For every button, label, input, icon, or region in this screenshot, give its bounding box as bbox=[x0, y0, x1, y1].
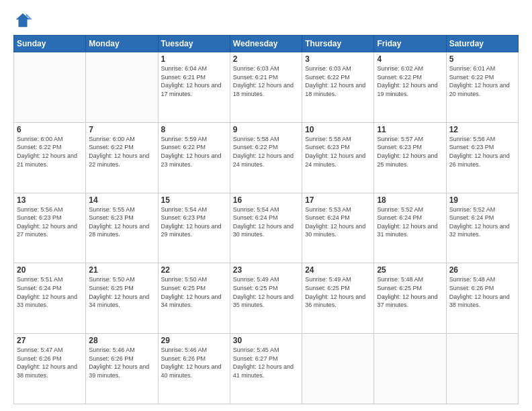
day-number: 28 bbox=[89, 336, 154, 345]
calendar-cell: 11Sunrise: 5:57 AM Sunset: 6:23 PM Dayli… bbox=[374, 122, 446, 193]
calendar-cell: 29Sunrise: 5:46 AM Sunset: 6:26 PM Dayli… bbox=[158, 334, 230, 404]
calendar-cell: 20Sunrise: 5:51 AM Sunset: 6:24 PM Dayli… bbox=[14, 263, 86, 334]
calendar-cell: 10Sunrise: 5:58 AM Sunset: 6:23 PM Dayli… bbox=[302, 122, 374, 193]
calendar-week-3: 13Sunrise: 5:56 AM Sunset: 6:23 PM Dayli… bbox=[14, 193, 519, 263]
calendar-cell: 8Sunrise: 5:59 AM Sunset: 6:22 PM Daylig… bbox=[158, 122, 230, 193]
day-info: Sunrise: 5:50 AM Sunset: 6:25 PM Dayligh… bbox=[89, 275, 154, 309]
day-info: Sunrise: 5:56 AM Sunset: 6:23 PM Dayligh… bbox=[17, 205, 83, 239]
calendar-cell: 3Sunrise: 6:03 AM Sunset: 6:22 PM Daylig… bbox=[302, 52, 374, 123]
calendar-cell: 4Sunrise: 6:02 AM Sunset: 6:22 PM Daylig… bbox=[374, 52, 446, 123]
calendar-cell: 6Sunrise: 6:00 AM Sunset: 6:22 PM Daylig… bbox=[14, 122, 86, 193]
day-info: Sunrise: 5:53 AM Sunset: 6:24 PM Dayligh… bbox=[305, 205, 371, 239]
calendar-header-friday: Friday bbox=[374, 36, 446, 52]
calendar-header-tuesday: Tuesday bbox=[158, 36, 230, 52]
calendar-cell: 28Sunrise: 5:46 AM Sunset: 6:26 PM Dayli… bbox=[86, 334, 158, 404]
calendar-cell bbox=[86, 52, 158, 123]
day-info: Sunrise: 5:48 AM Sunset: 6:26 PM Dayligh… bbox=[449, 275, 515, 309]
day-number: 8 bbox=[161, 125, 227, 134]
calendar-cell: 12Sunrise: 5:56 AM Sunset: 6:23 PM Dayli… bbox=[446, 122, 518, 193]
day-number: 14 bbox=[89, 195, 154, 205]
calendar-cell: 18Sunrise: 5:52 AM Sunset: 6:24 PM Dayli… bbox=[374, 193, 446, 263]
day-info: Sunrise: 5:49 AM Sunset: 6:25 PM Dayligh… bbox=[233, 275, 299, 309]
day-number: 21 bbox=[89, 265, 154, 275]
calendar-cell: 23Sunrise: 5:49 AM Sunset: 6:25 PM Dayli… bbox=[230, 263, 302, 334]
day-number: 6 bbox=[17, 125, 83, 134]
day-info: Sunrise: 6:03 AM Sunset: 6:21 PM Dayligh… bbox=[233, 64, 299, 98]
day-number: 4 bbox=[377, 54, 443, 64]
day-number: 23 bbox=[233, 265, 299, 275]
calendar-cell: 30Sunrise: 5:45 AM Sunset: 6:27 PM Dayli… bbox=[230, 334, 302, 404]
calendar-cell: 27Sunrise: 5:47 AM Sunset: 6:26 PM Dayli… bbox=[14, 334, 86, 404]
calendar-week-5: 27Sunrise: 5:47 AM Sunset: 6:26 PM Dayli… bbox=[14, 334, 519, 404]
day-number: 10 bbox=[305, 125, 371, 134]
day-number: 11 bbox=[377, 125, 443, 134]
calendar-cell: 7Sunrise: 6:00 AM Sunset: 6:22 PM Daylig… bbox=[86, 122, 158, 193]
day-number: 7 bbox=[89, 125, 154, 134]
day-number: 26 bbox=[449, 265, 515, 275]
day-number: 2 bbox=[233, 54, 299, 64]
day-number: 1 bbox=[161, 54, 227, 64]
calendar-cell: 14Sunrise: 5:55 AM Sunset: 6:23 PM Dayli… bbox=[86, 193, 158, 263]
day-info: Sunrise: 5:54 AM Sunset: 6:24 PM Dayligh… bbox=[233, 205, 299, 239]
day-number: 12 bbox=[449, 125, 515, 134]
calendar-cell: 15Sunrise: 5:54 AM Sunset: 6:23 PM Dayli… bbox=[158, 193, 230, 263]
calendar-header-saturday: Saturday bbox=[446, 36, 518, 52]
calendar-header-monday: Monday bbox=[86, 36, 158, 52]
page: SundayMondayTuesdayWednesdayThursdayFrid… bbox=[0, 0, 532, 411]
day-number: 16 bbox=[233, 195, 299, 205]
day-info: Sunrise: 6:00 AM Sunset: 6:22 PM Dayligh… bbox=[17, 135, 83, 169]
calendar-cell: 5Sunrise: 6:01 AM Sunset: 6:22 PM Daylig… bbox=[446, 52, 518, 123]
day-info: Sunrise: 5:47 AM Sunset: 6:26 PM Dayligh… bbox=[17, 346, 83, 379]
day-info: Sunrise: 5:46 AM Sunset: 6:26 PM Dayligh… bbox=[89, 346, 154, 379]
day-number: 9 bbox=[233, 125, 299, 134]
day-info: Sunrise: 5:58 AM Sunset: 6:23 PM Dayligh… bbox=[305, 135, 371, 169]
calendar-cell: 21Sunrise: 5:50 AM Sunset: 6:25 PM Dayli… bbox=[86, 263, 158, 334]
day-info: Sunrise: 5:48 AM Sunset: 6:25 PM Dayligh… bbox=[377, 275, 443, 309]
calendar-header-sunday: Sunday bbox=[14, 36, 86, 52]
day-info: Sunrise: 5:50 AM Sunset: 6:25 PM Dayligh… bbox=[161, 275, 227, 309]
day-info: Sunrise: 5:58 AM Sunset: 6:22 PM Dayligh… bbox=[233, 135, 299, 169]
calendar-week-2: 6Sunrise: 6:00 AM Sunset: 6:22 PM Daylig… bbox=[14, 122, 519, 193]
calendar-cell: 17Sunrise: 5:53 AM Sunset: 6:24 PM Dayli… bbox=[302, 193, 374, 263]
day-number: 13 bbox=[17, 195, 83, 205]
day-info: Sunrise: 5:57 AM Sunset: 6:23 PM Dayligh… bbox=[377, 135, 443, 169]
calendar-cell bbox=[446, 334, 518, 404]
day-info: Sunrise: 5:55 AM Sunset: 6:23 PM Dayligh… bbox=[89, 205, 154, 239]
day-number: 5 bbox=[449, 54, 515, 64]
day-number: 20 bbox=[17, 265, 83, 275]
day-number: 27 bbox=[17, 336, 83, 345]
logo-icon bbox=[13, 11, 32, 30]
calendar-header-wednesday: Wednesday bbox=[230, 36, 302, 52]
day-info: Sunrise: 6:02 AM Sunset: 6:22 PM Dayligh… bbox=[377, 64, 443, 98]
day-number: 3 bbox=[305, 54, 371, 64]
day-info: Sunrise: 5:52 AM Sunset: 6:24 PM Dayligh… bbox=[449, 205, 515, 239]
day-number: 17 bbox=[305, 195, 371, 205]
day-number: 25 bbox=[377, 265, 443, 275]
day-number: 24 bbox=[305, 265, 371, 275]
day-number: 22 bbox=[161, 265, 227, 275]
day-info: Sunrise: 6:01 AM Sunset: 6:22 PM Dayligh… bbox=[449, 64, 515, 98]
calendar-cell: 13Sunrise: 5:56 AM Sunset: 6:23 PM Dayli… bbox=[14, 193, 86, 263]
calendar-cell: 2Sunrise: 6:03 AM Sunset: 6:21 PM Daylig… bbox=[230, 52, 302, 123]
calendar-cell: 9Sunrise: 5:58 AM Sunset: 6:22 PM Daylig… bbox=[230, 122, 302, 193]
day-number: 18 bbox=[377, 195, 443, 205]
day-number: 15 bbox=[161, 195, 227, 205]
calendar-table: SundayMondayTuesdayWednesdayThursdayFrid… bbox=[13, 35, 519, 404]
calendar-cell: 26Sunrise: 5:48 AM Sunset: 6:26 PM Dayli… bbox=[446, 263, 518, 334]
day-info: Sunrise: 5:56 AM Sunset: 6:23 PM Dayligh… bbox=[449, 135, 515, 169]
calendar-cell bbox=[302, 334, 374, 404]
day-number: 19 bbox=[449, 195, 515, 205]
calendar-week-1: 1Sunrise: 6:04 AM Sunset: 6:21 PM Daylig… bbox=[14, 52, 519, 123]
header bbox=[13, 11, 519, 30]
calendar-header-row: SundayMondayTuesdayWednesdayThursdayFrid… bbox=[14, 36, 519, 52]
day-info: Sunrise: 6:04 AM Sunset: 6:21 PM Dayligh… bbox=[161, 64, 227, 98]
calendar-cell: 22Sunrise: 5:50 AM Sunset: 6:25 PM Dayli… bbox=[158, 263, 230, 334]
day-info: Sunrise: 5:49 AM Sunset: 6:25 PM Dayligh… bbox=[305, 275, 371, 309]
day-info: Sunrise: 6:03 AM Sunset: 6:22 PM Dayligh… bbox=[305, 64, 371, 98]
logo bbox=[13, 11, 35, 30]
day-info: Sunrise: 5:46 AM Sunset: 6:26 PM Dayligh… bbox=[161, 346, 227, 379]
calendar-week-4: 20Sunrise: 5:51 AM Sunset: 6:24 PM Dayli… bbox=[14, 263, 519, 334]
day-number: 29 bbox=[161, 336, 227, 345]
day-info: Sunrise: 5:45 AM Sunset: 6:27 PM Dayligh… bbox=[233, 346, 299, 379]
day-info: Sunrise: 6:00 AM Sunset: 6:22 PM Dayligh… bbox=[89, 135, 154, 169]
